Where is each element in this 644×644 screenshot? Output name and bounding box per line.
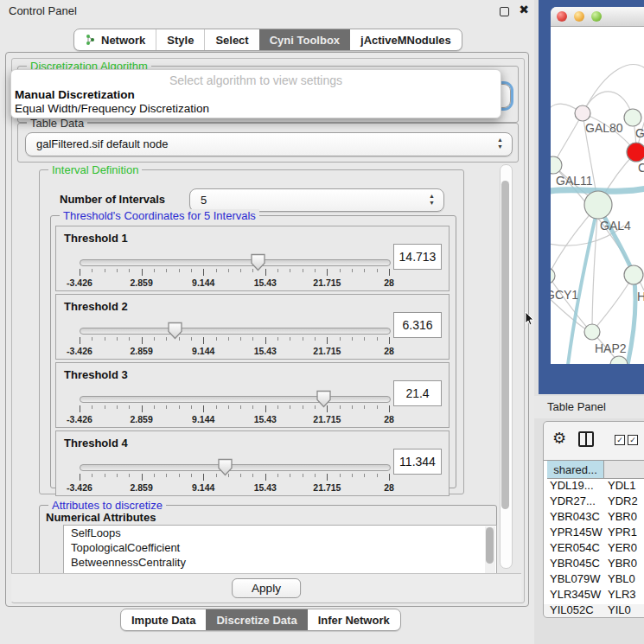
- slider-tick: [352, 474, 353, 477]
- table-row[interactable]: YDL19...YDL1: [547, 479, 644, 494]
- combo-stepper-icon: ▲▼: [497, 137, 503, 150]
- tab-discretize-data[interactable]: Discretize Data: [206, 609, 307, 630]
- network-node-gal[interactable]: [624, 109, 641, 126]
- tab-label: Impute Data: [131, 614, 195, 627]
- popup-option[interactable]: Manual Discretization: [15, 88, 135, 101]
- slider-tick: [228, 269, 229, 272]
- checkbox-icon[interactable]: ✓: [615, 435, 625, 445]
- panel-scrollbar-thumb[interactable]: [501, 181, 509, 509]
- network-node-gal80[interactable]: [575, 105, 590, 121]
- table-row[interactable]: YBL079WYBL0: [547, 572, 644, 588]
- slider-tick: [117, 474, 118, 477]
- table-row[interactable]: YDR27...YDR2: [547, 494, 644, 510]
- slider-tick: [154, 269, 155, 272]
- tab-impute-data[interactable]: Impute Data: [121, 609, 206, 630]
- checkbox-icon[interactable]: ✓: [628, 435, 638, 445]
- gear-icon[interactable]: ⚙: [552, 429, 566, 448]
- threshold-label: Threshold 4: [64, 437, 128, 450]
- tab-label: Network: [101, 34, 145, 47]
- slider-tick: [240, 474, 241, 477]
- tab-label: Discretize Data: [216, 614, 296, 627]
- slider-tick: [327, 337, 328, 344]
- cell-name: YIL0: [604, 603, 631, 616]
- float-window-icon[interactable]: [500, 7, 509, 16]
- slider-tick-labels: -3.4262.8599.14415.4321.71528: [80, 414, 389, 424]
- slider-tick: [228, 474, 229, 477]
- slider-tick: [228, 337, 229, 341]
- tab-cyni-toolbox[interactable]: Cyni Toolbox: [259, 29, 350, 50]
- slider-track[interactable]: [80, 259, 391, 266]
- slider-tick-label: 9.144: [192, 414, 214, 424]
- threshold-value-field[interactable]: 6.316: [393, 312, 442, 338]
- zoom-traffic-light-icon[interactable]: [591, 11, 602, 22]
- tab-infer-network[interactable]: Infer Network: [308, 609, 400, 630]
- table-row[interactable]: YBR043CYBR0: [547, 510, 644, 526]
- slider-tick: [265, 405, 266, 412]
- number-of-intervals-label: Number of Intervals: [60, 193, 165, 206]
- table-row[interactable]: YBR045CYBR0: [547, 557, 644, 572]
- popup-option[interactable]: Equal Width/Frequency Discretization: [15, 102, 209, 115]
- tab-network[interactable]: Network: [74, 29, 156, 50]
- tab-select[interactable]: Select: [204, 29, 258, 50]
- threshold-label: Threshold 2: [64, 300, 128, 313]
- cell-shared-name: YBR043C: [547, 510, 604, 523]
- slider-tick: [92, 474, 92, 477]
- close-icon[interactable]: ✖: [519, 3, 529, 16]
- slider-tick: [216, 269, 217, 272]
- number-of-intervals-combobox[interactable]: 5 ▲▼: [189, 188, 444, 212]
- control-panel-window: Control Panel ✖ NetworkStyleSelectCyni T…: [0, 0, 536, 644]
- table-data-combobox[interactable]: galFiltered.sif default node ▲▼: [25, 132, 513, 156]
- slider-tick-label: 9.144: [192, 346, 214, 356]
- slider-tick: [105, 405, 105, 409]
- slider-tick: [228, 405, 229, 409]
- slider-track[interactable]: [80, 396, 391, 403]
- slider-tick: [303, 337, 303, 341]
- table-row[interactable]: YLR345WYLR3: [547, 588, 644, 603]
- apply-button[interactable]: Apply: [232, 578, 301, 598]
- slider-tick: [252, 474, 253, 477]
- network-node-gal4[interactable]: [584, 191, 612, 219]
- network-node-c[interactable]: [627, 143, 644, 162]
- list-scrollbar-thumb[interactable]: [486, 527, 494, 564]
- slider-track[interactable]: [80, 328, 391, 335]
- attribute-list-item[interactable]: SelfLoops: [64, 526, 496, 540]
- slider-tick: [80, 337, 80, 344]
- threshold-slider[interactable]: -3.4262.8599.14415.4321.71528: [80, 319, 389, 357]
- network-canvas[interactable]: GAL80GALCGAL11GAL4GCY1HHAP2: [551, 27, 644, 364]
- threshold-slider[interactable]: -3.4262.8599.14415.4321.71528: [80, 251, 389, 289]
- slider-tick: [252, 405, 253, 409]
- column-header-name[interactable]: na: [604, 461, 644, 479]
- network-node[interactable]: [610, 356, 628, 364]
- table-row[interactable]: YIL052CYIL0: [547, 603, 644, 618]
- threshold-slider[interactable]: -3.4262.8599.14415.4321.71528: [80, 387, 389, 425]
- column-header-shared-name[interactable]: shared...: [547, 461, 604, 479]
- threshold-value-field[interactable]: 11.344: [393, 449, 442, 475]
- tab-style[interactable]: Style: [156, 29, 204, 50]
- network-node-gcy1[interactable]: [551, 268, 555, 284]
- apply-strip: Apply: [11, 573, 521, 602]
- slider-track[interactable]: [80, 464, 391, 471]
- threshold-slider[interactable]: -3.4262.8599.14415.4321.71528: [80, 456, 389, 494]
- network-node-h[interactable]: [624, 265, 643, 284]
- slider-tick: [315, 405, 316, 409]
- threshold-value-field[interactable]: 14.713: [393, 244, 442, 270]
- tab-label: Style: [167, 34, 194, 47]
- minimize-traffic-light-icon[interactable]: [574, 11, 584, 22]
- attribute-items: SelfLoopsTopologicalCoefficientBetweenne…: [64, 526, 496, 570]
- table-panel-titlebar: Table Panel: [534, 396, 644, 418]
- close-traffic-light-icon[interactable]: [557, 11, 567, 22]
- slider-tick-labels: -3.4262.8599.14415.4321.71528: [80, 482, 389, 493]
- attribute-list-item[interactable]: TopologicalCoefficient: [64, 540, 496, 555]
- table-row[interactable]: YPR145WYPR1: [547, 526, 644, 541]
- network-node-hap2[interactable]: [584, 324, 600, 340]
- columns-icon[interactable]: [578, 431, 594, 447]
- slider-tick: [240, 405, 241, 409]
- network-node-label: GAL4: [600, 219, 631, 233]
- threshold-value-field[interactable]: 21.4: [393, 380, 442, 406]
- panel-scrollbar[interactable]: [500, 164, 513, 569]
- slider-tick: [80, 269, 80, 276]
- tab-jactivemnodules[interactable]: jActiveMNodules: [350, 29, 462, 50]
- table-row[interactable]: YER054CYER0: [547, 541, 644, 557]
- attribute-list-item[interactable]: BetweennessCentrality: [64, 555, 496, 570]
- slider-tick: [80, 405, 80, 412]
